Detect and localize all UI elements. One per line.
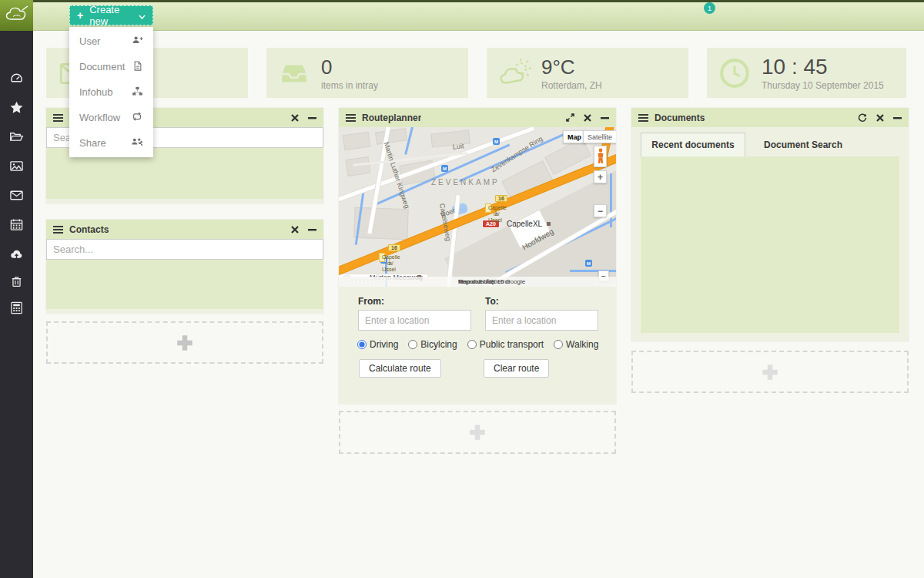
create-new-button[interactable]: + Create new: [69, 5, 153, 25]
mode-walking[interactable]: Walking: [554, 339, 598, 350]
recent-documents-panel: [641, 156, 899, 333]
close-icon[interactable]: [291, 226, 299, 234]
share-users-icon: [131, 136, 143, 150]
metro-marker: M: [441, 165, 448, 172]
minimize-icon[interactable]: [601, 116, 609, 119]
plus-icon: +: [77, 9, 83, 22]
widget-routeplanner: Routeplanner: [339, 108, 616, 404]
exit-city-label: Capelle a/d IJssel: [485, 203, 491, 213]
sidebar-item-favorites[interactable]: [9, 100, 24, 115]
contacts-search-input[interactable]: [46, 239, 323, 260]
drag-handle-icon[interactable]: [346, 111, 356, 125]
dashboard-page: + Create new 1 D.schley System Administr…: [0, 0, 924, 578]
dropdown-item-infohub[interactable]: Infohub: [69, 79, 153, 105]
expand-icon[interactable]: [566, 113, 574, 122]
routeplanner-map[interactable]: M M M M ZEVENKAMP Zevenkampse Ring Marti…: [339, 127, 616, 287]
sidebar-item-trash[interactable]: [9, 274, 24, 289]
widget-routeplanner-header[interactable]: Routeplanner: [339, 108, 616, 127]
widget-contacts: Contacts: [46, 220, 323, 314]
from-input[interactable]: [358, 310, 471, 331]
drag-handle-icon[interactable]: [53, 111, 63, 125]
map-poi-label: CapelleXL: [507, 220, 542, 228]
minimize-icon[interactable]: [308, 228, 316, 231]
minimize-icon[interactable]: [308, 116, 316, 119]
drag-handle-icon[interactable]: [638, 111, 648, 125]
clear-route-button[interactable]: Clear route: [484, 359, 549, 378]
clock-time: 10 : 45: [762, 55, 884, 79]
sidebar-item-media[interactable]: [9, 159, 24, 173]
add-widget-plus-icon: [175, 333, 195, 353]
mode-bicycling[interactable]: Bicylcing: [408, 339, 457, 350]
radio-walking[interactable]: [554, 340, 563, 349]
user-plus-icon: [132, 35, 143, 49]
minimize-icon[interactable]: [893, 116, 902, 119]
widget-documents: Documents Recent documents Document Sear…: [631, 108, 909, 341]
tab-recent-documents[interactable]: Recent documents: [641, 133, 745, 156]
intray-count: 0: [321, 55, 378, 79]
calculate-route-button[interactable]: Calculate route: [359, 359, 441, 378]
sidebar-item-dashboard[interactable]: [9, 71, 24, 86]
sidebar-item-cloud[interactable]: [9, 247, 24, 261]
refresh-icon[interactable]: [858, 113, 867, 123]
travel-mode-radios: Driving Bicylcing Public transport Walki…: [357, 339, 598, 350]
drag-handle-icon[interactable]: [53, 223, 63, 237]
to-input[interactable]: [485, 310, 598, 331]
zoom-out-button[interactable]: −: [594, 204, 607, 217]
tile-weather[interactable]: 9°C Rotterdam, ZH: [487, 48, 688, 98]
mode-public-transport[interactable]: Public transport: [467, 339, 544, 350]
from-label: From:: [358, 296, 384, 307]
sidebar-item-calculator[interactable]: [9, 301, 24, 315]
pegman-control[interactable]: [594, 146, 607, 167]
widget-contacts-header[interactable]: Contacts: [46, 220, 323, 239]
add-widget-placeholder[interactable]: [631, 351, 909, 393]
map-road-label: Luit: [453, 142, 464, 150]
sidebar-item-folders[interactable]: [9, 129, 24, 144]
metro-marker: M: [585, 260, 592, 267]
map-type-satellite-button[interactable]: Satellite: [583, 130, 616, 143]
sidebar: [0, 31, 33, 578]
brand-logo[interactable]: [0, 0, 33, 31]
zoom-in-button[interactable]: +: [594, 170, 607, 183]
close-icon[interactable]: [584, 114, 591, 122]
radio-driving[interactable]: [357, 340, 367, 349]
add-widget-placeholder[interactable]: [46, 321, 323, 364]
add-widget-plus-icon: [467, 422, 487, 442]
to-label: To:: [485, 296, 499, 307]
tile-clock[interactable]: 10 : 45 Thursday 10 September 2015: [707, 48, 906, 98]
weather-location: Rotterdam, ZH: [541, 80, 602, 91]
users-notification-badge: 1: [704, 2, 715, 14]
tab-document-search[interactable]: Document Search: [755, 133, 852, 156]
dropdown-item-user[interactable]: User: [69, 29, 153, 54]
mode-driving[interactable]: Driving: [357, 339, 398, 350]
dropdown-item-workflow[interactable]: Workflow: [69, 105, 153, 130]
dropdown-item-share[interactable]: Share: [69, 130, 153, 156]
cloud-logo-icon: [4, 4, 30, 27]
radio-public-transport[interactable]: [467, 340, 477, 349]
sitemap-icon: [132, 86, 143, 99]
close-icon[interactable]: [291, 114, 299, 122]
create-new-label: Create new: [89, 4, 139, 27]
widget-title: Contacts: [69, 224, 109, 235]
clock-date: Thursday 10 September 2015: [762, 80, 884, 91]
close-icon[interactable]: [876, 114, 884, 122]
clock-icon: [718, 57, 751, 89]
exit-number-badge: 16: [388, 244, 400, 251]
document-icon: [132, 60, 143, 74]
radio-bicycling[interactable]: [408, 340, 417, 349]
exit-number-badge: 16: [495, 195, 507, 202]
add-widget-placeholder[interactable]: [339, 411, 616, 454]
sidebar-item-calendar[interactable]: [9, 217, 24, 232]
report-link[interactable]: Report a map error: [458, 278, 511, 285]
tile-intray[interactable]: 0 items in intray: [266, 48, 468, 98]
add-widget-plus-icon: [760, 362, 780, 382]
dropdown-item-document[interactable]: Document: [69, 54, 153, 79]
widget-title: Routeplanner: [362, 113, 421, 123]
create-new-dropdown: User Document Infohub Workflow Share: [69, 27, 153, 157]
pegman-icon: [597, 148, 604, 165]
contacts-list-panel: [46, 260, 323, 309]
chevron-down-icon: [139, 10, 146, 22]
intray-icon: [278, 57, 310, 89]
widget-documents-header[interactable]: Documents: [631, 108, 909, 127]
sidebar-item-mail[interactable]: [9, 188, 24, 203]
metro-marker: M: [493, 138, 500, 145]
